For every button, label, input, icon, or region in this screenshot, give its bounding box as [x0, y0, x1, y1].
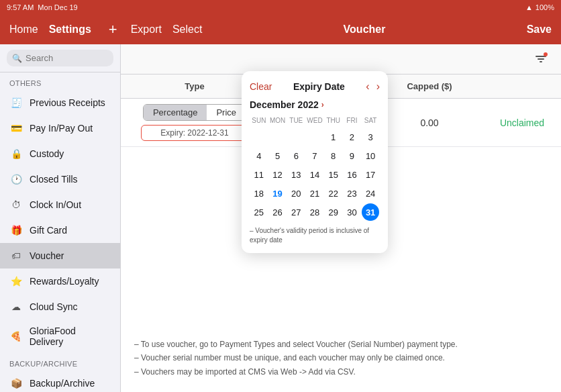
- svg-rect-1: [538, 58, 544, 60]
- type-toggle[interactable]: Percentage Price: [143, 104, 246, 121]
- sidebar-item-label: Gift Card: [30, 225, 67, 236]
- select-button[interactable]: Select: [172, 23, 202, 36]
- cal-month-label: December 2022 ›: [250, 99, 324, 110]
- sidebar-item-cloud-sync[interactable]: ☁ Cloud Sync: [0, 294, 120, 320]
- settings-label: Settings: [49, 23, 91, 36]
- rewards-icon: ⭐: [9, 275, 23, 288]
- cal-cell[interactable]: 30: [343, 203, 360, 221]
- search-bar: 🔍: [0, 44, 120, 72]
- sidebar-item-label: Previous Receipts: [30, 97, 105, 108]
- home-button[interactable]: Home: [9, 23, 38, 36]
- type-price[interactable]: Price: [207, 105, 246, 120]
- cal-cell[interactable]: 6: [287, 147, 305, 164]
- cal-cell[interactable]: 2: [343, 128, 360, 146]
- footer-note-2: – Voucher serial number must be unique, …: [134, 351, 548, 364]
- layout: 🔍 OTHERS 🧾 Previous Receipts 💳 Pay In/Pa…: [0, 44, 561, 392]
- expiry-field[interactable]: Expiry: 2022-12-31: [141, 125, 248, 141]
- cal-header-row: Clear Expiry Date ‹ ›: [250, 81, 380, 93]
- sidebar-item-label: Clock In/Out: [30, 199, 81, 210]
- sidebar-item-clock-in-out[interactable]: ⏱ Clock In/Out: [0, 192, 120, 217]
- sidebar-item-custody[interactable]: 🔒 Custody: [0, 141, 120, 166]
- cal-cell[interactable]: 27: [287, 203, 305, 221]
- cal-cell[interactable]: 24: [362, 185, 379, 202]
- cal-prev-button[interactable]: ‹: [366, 81, 369, 93]
- cal-cell[interactable]: 21: [306, 185, 323, 202]
- search-input[interactable]: [26, 53, 108, 63]
- sidebar-item-label: Rewards/Loyalty: [30, 276, 99, 287]
- cal-grid: 1234567891011121314151617181920212223242…: [250, 128, 380, 221]
- main-content: Type Amount Capped ($) Percentage Price …: [121, 44, 561, 392]
- status-time: 9:57 AM: [7, 3, 34, 11]
- sidebar-item-rewards-loyalty[interactable]: ⭐ Rewards/Loyalty: [0, 268, 120, 294]
- cal-cell[interactable]: 29: [325, 203, 342, 221]
- sidebar-item-label: GloriaFood Delivery: [30, 326, 111, 347]
- top-bar: Home Settings + Export Select Voucher Sa…: [0, 15, 561, 44]
- capped-cell: 0.00: [376, 117, 483, 128]
- cal-cell[interactable]: 16: [343, 166, 360, 183]
- cal-cell[interactable]: 9: [343, 147, 360, 164]
- day-sun: SUN: [250, 115, 268, 126]
- sidebar-item-label: Voucher: [30, 250, 64, 261]
- svg-rect-2: [540, 61, 542, 62]
- cal-cell[interactable]: 3: [362, 128, 379, 146]
- voucher-icon: 🏷: [9, 249, 23, 262]
- closed-icon: 🕐: [9, 173, 23, 186]
- cal-cell[interactable]: 13: [287, 166, 305, 183]
- filter-button[interactable]: [530, 48, 552, 70]
- cal-cell[interactable]: 11: [250, 166, 268, 183]
- battery-label: 100%: [536, 3, 554, 11]
- sidebar-item-backup-archive[interactable]: 📦 Backup/Archive: [0, 371, 120, 392]
- cal-cell[interactable]: 23: [343, 185, 360, 202]
- save-button[interactable]: Save: [527, 23, 552, 36]
- export-button[interactable]: Export: [131, 23, 162, 36]
- cal-cell[interactable]: 22: [325, 185, 342, 202]
- cloud-icon: ☁: [9, 300, 23, 313]
- add-button[interactable]: +: [109, 21, 117, 38]
- col-capped-header: Capped ($): [376, 81, 483, 91]
- cal-cell[interactable]: 31: [362, 203, 379, 221]
- day-sat: SAT: [361, 115, 380, 126]
- cal-cell: [306, 128, 323, 146]
- cal-cell[interactable]: 1: [325, 128, 342, 146]
- cal-next-button[interactable]: ›: [376, 81, 380, 93]
- cal-cell[interactable]: 8: [325, 147, 342, 164]
- section-others: OTHERS: [0, 72, 120, 90]
- search-input-wrap[interactable]: 🔍: [7, 50, 113, 66]
- sidebar-item-voucher[interactable]: 🏷 Voucher: [0, 243, 120, 268]
- cal-cell[interactable]: 12: [269, 166, 287, 183]
- cal-cell: [287, 128, 305, 146]
- cal-cell[interactable]: 18: [250, 185, 268, 202]
- sidebar-item-previous-receipts[interactable]: 🧾 Previous Receipts: [0, 90, 120, 115]
- sidebar-item-closed-tills[interactable]: 🕐 Closed Tills: [0, 166, 120, 192]
- cal-cell[interactable]: 19: [269, 185, 287, 202]
- cal-cell[interactable]: 5: [269, 147, 287, 164]
- backup-icon: 📦: [9, 377, 23, 390]
- cal-cell[interactable]: 14: [306, 166, 323, 183]
- cal-cell[interactable]: 15: [325, 166, 342, 183]
- cal-cell[interactable]: 25: [250, 203, 268, 221]
- cal-cell[interactable]: 10: [362, 147, 379, 164]
- footer-note-3: – Vouchers may be imported at CMS via We…: [134, 365, 548, 379]
- sidebar-item-gloria-food[interactable]: 🍕 GloriaFood Delivery: [0, 320, 120, 353]
- cal-cell[interactable]: 7: [306, 147, 323, 164]
- pay-icon: 💳: [9, 121, 23, 135]
- cal-cell[interactable]: 4: [250, 147, 268, 164]
- section-backup: BACKUP/ARCHIVE: [0, 353, 120, 371]
- clock-icon: ⏱: [9, 198, 23, 211]
- calendar-overlay: Clear Expiry Date ‹ › December 2022 › SU…: [242, 71, 388, 253]
- type-percentage[interactable]: Percentage: [144, 105, 207, 120]
- sidebar-item-pay-in-pay-out[interactable]: 💳 Pay In/Pay Out: [0, 115, 120, 141]
- cal-cell[interactable]: 26: [269, 203, 287, 221]
- cal-cell: [250, 128, 268, 146]
- day-mon: MON: [268, 115, 287, 126]
- status-left: 9:57 AM Mon Dec 19: [7, 3, 78, 11]
- delivery-icon: 🍕: [9, 330, 23, 343]
- cal-clear-button[interactable]: Clear: [250, 81, 272, 92]
- cal-cell[interactable]: 20: [287, 185, 305, 202]
- cal-cell[interactable]: 28: [306, 203, 323, 221]
- custody-icon: 🔒: [9, 147, 23, 160]
- cal-cell[interactable]: 17: [362, 166, 379, 183]
- gift-icon: 🎁: [9, 224, 23, 237]
- status-day: Mon Dec 19: [38, 3, 77, 11]
- sidebar-item-gift-card[interactable]: 🎁 Gift Card: [0, 217, 120, 243]
